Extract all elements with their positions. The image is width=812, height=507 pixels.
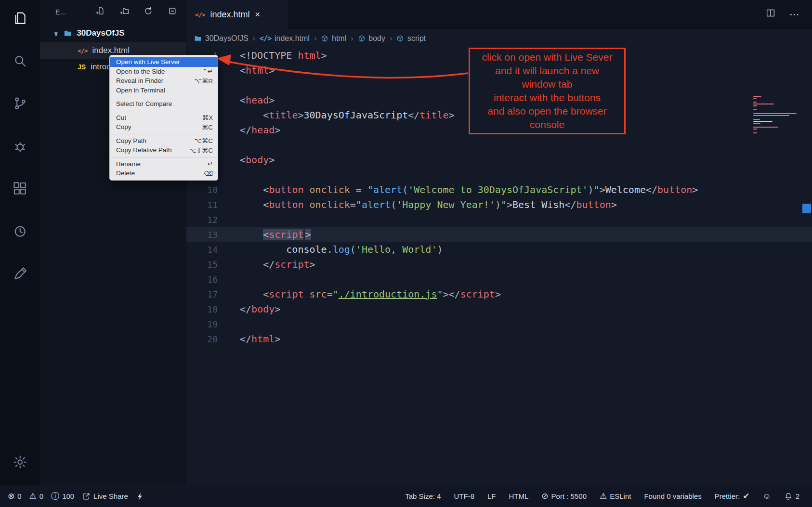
menu-item-delete[interactable]: Delete⌫ — [110, 169, 218, 178]
minimap-line — [753, 132, 757, 133]
menu-item-shortcut: ⌥⌘C — [194, 137, 213, 144]
explorer-header: E… — [40, 0, 186, 24]
status-quick-action[interactable] — [136, 492, 144, 501]
chevron-down-icon: ∨ — [53, 30, 59, 37]
status-info-count[interactable]: ⓘ100 — [51, 492, 74, 500]
status-label: Prettier: — [715, 492, 740, 500]
breadcrumb-item-30daysofjs[interactable]: 30DaysOfJS — [194, 34, 249, 43]
check-icon: ✔ — [743, 492, 749, 500]
breadcrumb-label: body — [368, 34, 385, 43]
breadcrumb-item-index-html[interactable]: </>index.html — [260, 34, 310, 43]
cube-icon — [396, 35, 404, 42]
explorer-title: E… — [55, 8, 66, 16]
menu-item-open-with-live-server[interactable]: Open with Live Server — [110, 57, 218, 67]
minimap-line — [753, 113, 797, 114]
minimap-line — [753, 115, 789, 116]
new-file-button[interactable] — [95, 6, 105, 18]
error-icon: ⊗ — [8, 492, 14, 500]
menu-item-reveal-in-finder[interactable]: Reveal in Finder⌥⌘R — [110, 76, 218, 86]
code-line-9: 9 — [186, 168, 812, 182]
html-file-icon: </> — [195, 12, 205, 18]
breadcrumb-item-script[interactable]: script — [396, 34, 426, 43]
breadcrumb-item-html[interactable]: html — [321, 34, 346, 43]
new-folder-button[interactable] — [119, 6, 129, 18]
status-eol[interactable]: LF — [487, 492, 496, 500]
port-icon: ⊘ — [541, 492, 548, 500]
menu-item-copy-relative-path[interactable]: Copy Relative Path⌥⇧⌘C — [110, 145, 218, 155]
menu-item-open-in-terminal[interactable]: Open in Terminal — [110, 86, 218, 95]
tab-bar: </> index.html × ⋯ — [186, 0, 812, 29]
status-bar-left: ⊗0⚠0ⓘ100Live Share — [8, 492, 144, 501]
status-label: 0 — [39, 492, 43, 500]
status-live-share[interactable]: Live Share — [82, 492, 128, 501]
activity-item-search[interactable] — [13, 53, 28, 72]
activity-item-source-control[interactable] — [13, 96, 28, 115]
minimap-line — [753, 121, 773, 122]
minimap-line — [753, 129, 757, 130]
breadcrumb-separator: › — [351, 34, 353, 43]
activity-item-run-debug[interactable] — [13, 139, 28, 157]
status-label: 0 — [17, 492, 21, 500]
annotation-line: interact with the buttons — [494, 91, 601, 104]
annotation-line: and it will launch a new — [495, 64, 599, 78]
status-live-server-port[interactable]: ⊘Port : 5500 — [541, 492, 587, 500]
menu-item-copy[interactable]: Copy⌘C — [110, 122, 218, 132]
status-label: Tab Size: 4 — [405, 492, 441, 500]
menu-item-shortcut: ⌫ — [204, 169, 213, 177]
menu-item-rename[interactable]: Rename↵ — [110, 159, 218, 169]
activity-item-settings[interactable] — [13, 455, 28, 473]
menu-item-shortcut: ⌥⌘R — [194, 77, 213, 85]
menu-separator — [110, 157, 217, 157]
annotation-line: and also open the browser — [487, 104, 607, 118]
code-line-11: 11 <button onclick="alert('Happy New Yea… — [186, 197, 812, 212]
tab-index-html[interactable]: </> index.html × — [186, 0, 288, 29]
menu-item-shortcut: ⌘X — [202, 114, 213, 121]
activity-item-extensions[interactable] — [13, 181, 28, 200]
status-errors[interactable]: ⊗0 — [8, 492, 22, 500]
menu-separator — [110, 134, 217, 134]
menu-item-select-for-compare[interactable]: Select for Compare — [110, 99, 218, 109]
menu-item-label: Reveal in Finder — [116, 77, 163, 84]
collapse-folders-button[interactable] — [168, 6, 177, 18]
status-language-mode[interactable]: HTML — [509, 492, 529, 500]
status-label: UTF-8 — [454, 492, 474, 500]
annotation-box: click on open with Live Severand it will… — [469, 48, 626, 134]
info-icon: ⓘ — [51, 492, 59, 500]
more-actions-button[interactable]: ⋯ — [789, 9, 799, 20]
code-line-16: 16 — [186, 272, 812, 287]
status-eslint[interactable]: ⚠ESLint — [600, 492, 631, 500]
new-file-icon — [95, 6, 105, 16]
tree-folder-30daysofjs[interactable]: ∨30DaysOfJS — [40, 24, 186, 42]
menu-item-label: Copy — [116, 123, 131, 130]
minimap-line — [753, 104, 774, 104]
refresh-icon — [144, 6, 153, 16]
menu-item-copy-path[interactable]: Copy Path⌥⌘C — [110, 136, 218, 146]
refresh-explorer-button[interactable] — [144, 6, 153, 18]
status-notifications[interactable]: 2 — [784, 492, 799, 501]
search-icon — [13, 53, 28, 69]
status-prettier[interactable]: Prettier:✔ — [715, 492, 750, 500]
breadcrumb-item-body[interactable]: body — [358, 34, 385, 43]
more-icon: ⋯ — [789, 9, 799, 19]
menu-item-cut[interactable]: Cut⌘X — [110, 113, 218, 123]
activity-item-feedback[interactable] — [13, 266, 28, 285]
status-tab-size[interactable]: Tab Size: 4 — [405, 492, 441, 500]
menu-item-open-to-the-side[interactable]: Open to the Side⌃↵ — [110, 67, 218, 77]
folder-icon — [64, 29, 72, 38]
eslint-warning-icon: ⚠ — [600, 492, 607, 500]
status-warnings[interactable]: ⚠0 — [29, 492, 44, 500]
minimap[interactable] — [753, 96, 799, 134]
split-editor-button[interactable] — [765, 8, 776, 21]
close-icon[interactable]: × — [255, 10, 261, 19]
status-variables[interactable]: Found 0 variables — [644, 492, 701, 500]
js-file-icon: JS — [78, 64, 86, 70]
html-file-icon: </> — [78, 48, 87, 54]
scrollbar-marker — [802, 204, 811, 213]
breadcrumb-label: 30DaysOfJS — [205, 34, 249, 43]
minimap-line — [753, 96, 761, 97]
status-encoding[interactable]: UTF-8 — [454, 492, 474, 500]
status-feedback-smiley[interactable]: ☺ — [762, 492, 771, 500]
status-label: Port : 5500 — [551, 492, 587, 500]
activity-item-explorer[interactable] — [13, 11, 28, 29]
activity-item-timeline[interactable] — [13, 224, 28, 243]
